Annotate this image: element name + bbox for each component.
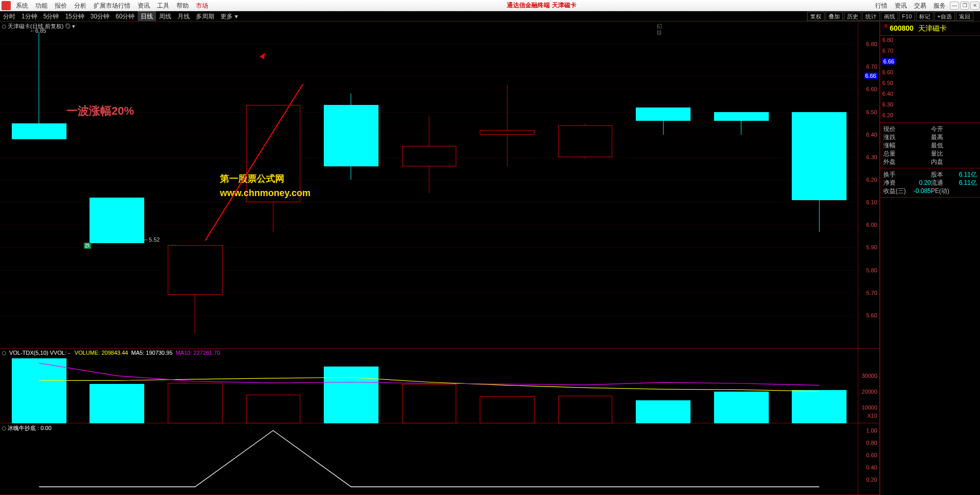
tf-60m[interactable]: 60分钟 <box>113 11 138 21</box>
rbtn-service[interactable]: 服务 <box>930 0 949 11</box>
tf-15m[interactable]: 15分钟 <box>62 11 87 21</box>
price-axis-label: 6.50 <box>866 109 877 115</box>
price-axis-label: 5.80 <box>866 267 877 273</box>
price-axis-label: 6.00 <box>866 222 877 228</box>
candle-bar <box>480 21 534 338</box>
volume-chart[interactable]: VOL-TDX(5,10) VVOL: - VOLUME: 209843.44 … <box>0 349 879 423</box>
annotation-wave: 一波涨幅20% <box>66 103 134 119</box>
stock-code-row[interactable]: R 600800 天津磁卡 <box>880 21 980 36</box>
ind-axis-label: 0.80 <box>866 440 877 446</box>
info-row: 涨幅最低 <box>883 141 977 149</box>
menu-function[interactable]: 功能 <box>32 0 51 11</box>
close-button[interactable]: ✕ <box>970 2 979 10</box>
candle-bar <box>12 21 66 338</box>
price-axis-label: 6.66 <box>864 73 877 79</box>
maximize-button[interactable]: ❐ <box>960 2 969 10</box>
ind-axis-label: 0.40 <box>866 464 877 470</box>
tool-fuquan[interactable]: 复权 <box>807 12 825 21</box>
info-row: 外盘内盘 <box>883 158 977 166</box>
candle-bar <box>636 21 691 338</box>
ind-axis-label: 0.20 <box>866 477 877 483</box>
info-row: 换手股本6.11亿 <box>883 170 977 179</box>
rbtn-trade[interactable]: 交易 <box>910 0 930 11</box>
tool-overlay[interactable]: 叠加 <box>826 12 843 21</box>
vol-axis-label: 20000 <box>861 389 877 395</box>
price-axis-label: 6.80 <box>866 41 877 47</box>
price-axis-label: 6.10 <box>866 199 877 205</box>
info-row: 现价今开 <box>883 125 977 133</box>
candlestick-chart[interactable]: 天津磁卡(日线 前复权) ◎ ▾ ◱ ⊡ 6.806.706.666.606.5… <box>0 21 879 349</box>
tool-favorite[interactable]: +自选 <box>934 12 955 21</box>
side-price-axis: 6.806.706.666.606.506.406.306.20 <box>880 36 980 123</box>
menu-news[interactable]: 资讯 <box>134 0 153 11</box>
tool-f10[interactable]: F10 <box>899 12 915 21</box>
volume-bar <box>636 400 691 423</box>
menu-quote[interactable]: 报价 <box>51 0 71 11</box>
rbtn-quotes[interactable]: 行情 <box>872 0 891 11</box>
tf-day[interactable]: 日线 <box>138 11 156 21</box>
tf-month[interactable]: 月线 <box>174 11 193 21</box>
candle-bar <box>792 21 847 338</box>
tf-30m[interactable]: 30分钟 <box>87 11 113 21</box>
tool-back[interactable]: 返回 <box>956 12 973 21</box>
info-block-2: 换手股本6.11亿净资0.20流通6.11亿收益(三)-0.085PE(动) <box>880 168 980 198</box>
volume-bar <box>402 384 457 423</box>
minimize-button[interactable]: — <box>950 2 959 10</box>
volume-bar <box>480 396 534 423</box>
info-row: 净资0.20流通6.11亿 <box>883 179 977 187</box>
tf-week[interactable]: 周线 <box>156 11 174 21</box>
price-axis-label: 5.60 <box>866 312 877 318</box>
candle-bar <box>324 21 378 338</box>
tool-stats[interactable]: 统计 <box>862 12 880 21</box>
marker-drop-icon: 跌 <box>84 243 91 249</box>
ind-axis-label: 1.00 <box>866 427 877 434</box>
volume-header: VOL-TDX(5,10) VVOL: - VOLUME: 209843.44 … <box>2 350 220 356</box>
indicator-chart[interactable]: 冰魄牛抄底 : 0.00 1.000.800.600.400.20 <box>0 423 879 495</box>
menu-market[interactable]: 市场 <box>192 0 212 11</box>
volume-bar <box>324 367 378 423</box>
tool-history[interactable]: 历史 <box>844 12 861 21</box>
volume-bar <box>246 395 301 423</box>
rbtn-news[interactable]: 资讯 <box>891 0 910 11</box>
price-axis-label: 5.90 <box>866 244 877 250</box>
side-panel: R 600800 天津磁卡 6.806.706.666.606.506.406.… <box>880 21 980 495</box>
candle-header: 天津磁卡(日线 前复权) ◎ ▾ ◱ ⊡ <box>2 23 76 30</box>
price-axis-label: 6.30 <box>866 154 877 160</box>
candle-bar <box>402 21 457 338</box>
tool-draw[interactable]: 画线 <box>881 12 898 21</box>
tf-5m[interactable]: 5分钟 <box>40 11 62 21</box>
vol-axis-label: 30000 <box>861 373 877 379</box>
volume-bar <box>90 384 144 423</box>
candle-bar <box>168 21 222 338</box>
timeframe-bar: 分时 1分钟 5分钟 15分钟 30分钟 60分钟 日线 周线 月线 多周期 更… <box>0 11 980 21</box>
menu-bar: 系统 功能 报价 分析 扩展市场行情 资讯 工具 帮助 市场 通达信金融终端 天… <box>0 0 980 11</box>
volume-bar <box>168 383 222 423</box>
candle-bar <box>714 21 769 338</box>
app-logo-icon <box>2 1 11 10</box>
volume-bar <box>558 396 613 423</box>
price-axis-label: 6.70 <box>866 63 877 70</box>
menu-extmarket[interactable]: 扩展市场行情 <box>90 0 134 11</box>
menu-tools[interactable]: 工具 <box>153 0 173 11</box>
price-axis-label: 6.60 <box>866 86 877 92</box>
tf-tick[interactable]: 分时 <box>0 11 18 21</box>
vol-axis-label: 10000 <box>861 404 877 411</box>
price-axis-label: 6.40 <box>866 132 877 138</box>
tf-1m[interactable]: 1分钟 <box>18 11 40 21</box>
tool-mark[interactable]: 标记 <box>916 12 933 21</box>
menu-help[interactable]: 帮助 <box>173 0 192 11</box>
price-tag-low: ←5.52 <box>143 236 160 243</box>
volume-bar <box>12 358 66 423</box>
price-axis-label: 5.70 <box>866 290 877 296</box>
menu-system[interactable]: 系统 <box>12 0 32 11</box>
menu-analyze[interactable]: 分析 <box>71 0 90 11</box>
indicator-header: 冰魄牛抄底 : 0.00 <box>2 424 52 432</box>
tf-multi[interactable]: 多周期 <box>193 11 217 21</box>
info-row: 收益(三)-0.085PE(动) <box>883 187 977 195</box>
app-title: 通达信金融终端 天津磁卡 <box>212 1 872 10</box>
annotation-sitename: 第一股票公式网 <box>220 173 284 185</box>
candle-bar <box>90 21 144 338</box>
candle-bar <box>558 21 613 338</box>
tf-more[interactable]: 更多 ▾ <box>217 11 240 21</box>
volume-bar <box>792 390 847 423</box>
